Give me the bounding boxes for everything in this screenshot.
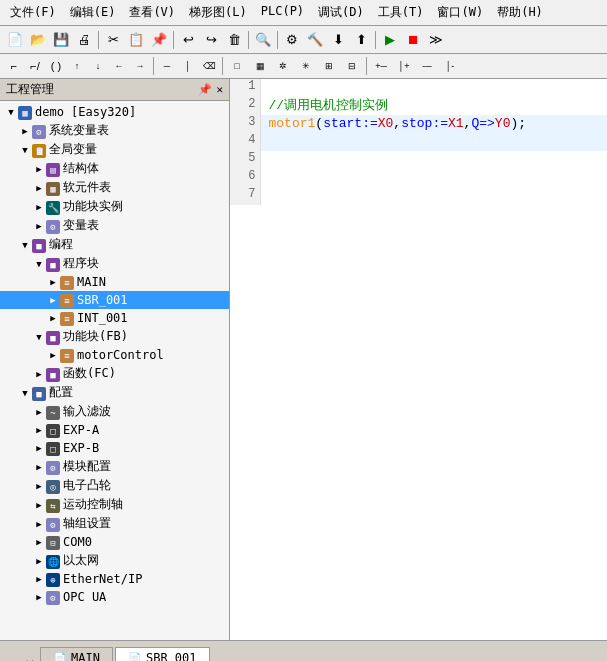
tree-expand-modconfig[interactable]: ▶ [32, 462, 46, 472]
tab-main[interactable]: 📄 MAIN [40, 647, 113, 661]
panel-close-icon[interactable]: ✕ [216, 83, 223, 96]
tree-node-modconfig[interactable]: ▶⚙模块配置 [0, 457, 229, 476]
tree-expand-sysvar[interactable]: ▶ [18, 126, 32, 136]
tree-node-opcua[interactable]: ▶⚙OPC UA [0, 588, 229, 606]
tree-expand-struct[interactable]: ▶ [32, 164, 46, 174]
toolbar-stop[interactable]: ⏹ [402, 29, 424, 51]
toolbar-redo[interactable]: ↪ [200, 29, 222, 51]
toolbar-line-del[interactable]: ⌫ [199, 56, 219, 76]
toolbar-plus-h[interactable]: +─ [370, 55, 392, 77]
tab-sbr001[interactable]: 📄 SBR_001 [115, 647, 210, 661]
tree-node-ecam[interactable]: ▶◎电子凸轮 [0, 476, 229, 495]
tree-node-expa[interactable]: ▶□EXP-A [0, 421, 229, 439]
toolbar-plus-v[interactable]: │+ [393, 55, 415, 77]
tree-node-axisgroup[interactable]: ▶⚙轴组设置 [0, 514, 229, 533]
menu-window[interactable]: 窗口(W) [431, 2, 489, 23]
tree-node-motorcontrol[interactable]: ▶≡motorControl [0, 346, 229, 364]
toolbar-paste[interactable]: 📌 [148, 29, 170, 51]
tab-nav-right[interactable]: ▶ [30, 657, 40, 661]
tree-node-inputfilter[interactable]: ▶~输入滤波 [0, 402, 229, 421]
tree-expand-demo[interactable]: ▼ [4, 107, 18, 117]
tree-expand-config[interactable]: ▼ [18, 388, 32, 398]
tree-node-demo[interactable]: ▼▦demo [Easy320] [0, 103, 229, 121]
tree-expand-programming[interactable]: ▼ [18, 240, 32, 250]
line-content-5[interactable] [260, 151, 607, 169]
toolbar-ladder-coil[interactable]: ( ) [46, 56, 66, 76]
toolbar-box2[interactable]: ▦ [249, 55, 271, 77]
tree-expand-func[interactable]: ▶ [32, 369, 46, 379]
toolbar-ladder-ncontact[interactable]: ⌐/ [25, 56, 45, 76]
toolbar-delete[interactable]: 🗑 [223, 29, 245, 51]
panel-pin-icon[interactable]: 📌 [198, 83, 212, 96]
toolbar-star1[interactable]: ✲ [272, 55, 294, 77]
menu-view[interactable]: 查看(V) [123, 2, 181, 23]
tree-node-funcblock[interactable]: ▼■功能块(FB) [0, 327, 229, 346]
tree-expand-expa[interactable]: ▶ [32, 425, 46, 435]
tab-nav-left[interactable]: ◀ [20, 657, 30, 661]
tree-expand-varlist[interactable]: ▶ [32, 221, 46, 231]
tree-node-programming[interactable]: ▼■编程 [0, 235, 229, 254]
toolbar-download[interactable]: ⬇ [327, 29, 349, 51]
tree-expand-ethernetip[interactable]: ▶ [32, 574, 46, 584]
toolbar-line-v[interactable]: │ [178, 56, 198, 76]
tree-expand-softcomp[interactable]: ▶ [32, 183, 46, 193]
code-editor[interactable]: 1 2//调用电机控制实例3motor1(start:=X0,stop:=X1,… [230, 79, 607, 640]
tree-node-expb[interactable]: ▶□EXP-B [0, 439, 229, 457]
tree-node-progblock[interactable]: ▼■程序块 [0, 254, 229, 273]
tree-node-func[interactable]: ▶■函数(FC) [0, 364, 229, 383]
tree-node-motionaxis[interactable]: ▶⇆运动控制轴 [0, 495, 229, 514]
line-content-4[interactable] [260, 133, 607, 151]
line-content-6[interactable] [260, 169, 607, 187]
menu-tools[interactable]: 工具(T) [372, 2, 430, 23]
toolbar-copy[interactable]: 📋 [125, 29, 147, 51]
tree-expand-motorcontrol[interactable]: ▶ [46, 350, 60, 360]
tree-expand-inputfilter[interactable]: ▶ [32, 407, 46, 417]
tree-expand-expb[interactable]: ▶ [32, 443, 46, 453]
tree-node-sbr001[interactable]: ▶≡SBR_001 [0, 291, 229, 309]
toolbar-search[interactable]: 🔍 [252, 29, 274, 51]
toolbar-undo[interactable]: ↩ [177, 29, 199, 51]
tree-expand-sbr001[interactable]: ▶ [46, 295, 60, 305]
toolbar-cut[interactable]: ✂ [102, 29, 124, 51]
line-content-3[interactable]: motor1(start:=X0,stop:=X1,Q=>Y0); [260, 115, 607, 133]
menu-edit[interactable]: 编辑(E) [64, 2, 122, 23]
toolbar-new[interactable]: 📄 [4, 29, 26, 51]
line-content-7[interactable] [260, 187, 607, 205]
toolbar-line-h[interactable]: ─ [157, 56, 177, 76]
tree-node-ethernetip[interactable]: ▶⊕EtherNet/IP [0, 570, 229, 588]
tree-expand-axisgroup[interactable]: ▶ [32, 519, 46, 529]
toolbar-minus-h[interactable]: -─ [416, 55, 438, 77]
menu-ladder[interactable]: 梯形图(L) [183, 2, 253, 23]
toolbar-run[interactable]: ▶ [379, 29, 401, 51]
toolbar-right[interactable]: → [130, 56, 150, 76]
toolbar-down[interactable]: ↓ [88, 56, 108, 76]
toolbar-dash[interactable]: ⊟ [341, 55, 363, 77]
toolbar-print[interactable]: 🖨 [73, 29, 95, 51]
toolbar-star2[interactable]: ✳ [295, 55, 317, 77]
menu-plc[interactable]: PLC(P) [255, 2, 310, 23]
tree-node-ethernet[interactable]: ▶🌐以太网 [0, 551, 229, 570]
tree-expand-globalvar[interactable]: ▼ [18, 145, 32, 155]
tree-node-com0[interactable]: ▶⊟COM0 [0, 533, 229, 551]
toolbar-compile[interactable]: ⚙ [281, 29, 303, 51]
menu-file[interactable]: 文件(F) [4, 2, 62, 23]
menu-debug[interactable]: 调试(D) [312, 2, 370, 23]
toolbar-box1[interactable]: □ [226, 55, 248, 77]
tree-node-funcblock_ex[interactable]: ▶🔧功能块实例 [0, 197, 229, 216]
tree-expand-main[interactable]: ▶ [46, 277, 60, 287]
toolbar-more[interactable]: ≫ [425, 29, 447, 51]
line-content-1[interactable] [260, 79, 607, 97]
tree-expand-ecam[interactable]: ▶ [32, 481, 46, 491]
tree-expand-funcblock_ex[interactable]: ▶ [32, 202, 46, 212]
toolbar-minus-v[interactable]: │- [439, 55, 461, 77]
tree-node-int001[interactable]: ▶≡INT_001 [0, 309, 229, 327]
tree-node-softcomp[interactable]: ▶▦软元件表 [0, 178, 229, 197]
tree-node-struct[interactable]: ▶▤结构体 [0, 159, 229, 178]
toolbar-save[interactable]: 💾 [50, 29, 72, 51]
toolbar-grid[interactable]: ⊞ [318, 55, 340, 77]
tree-area[interactable]: ▼▦demo [Easy320]▶⚙系统变量表▼📋全局变量▶▤结构体▶▦软元件表… [0, 101, 229, 640]
tree-node-main[interactable]: ▶≡MAIN [0, 273, 229, 291]
tree-expand-opcua[interactable]: ▶ [32, 592, 46, 602]
toolbar-left[interactable]: ← [109, 56, 129, 76]
tree-node-config[interactable]: ▼■配置 [0, 383, 229, 402]
